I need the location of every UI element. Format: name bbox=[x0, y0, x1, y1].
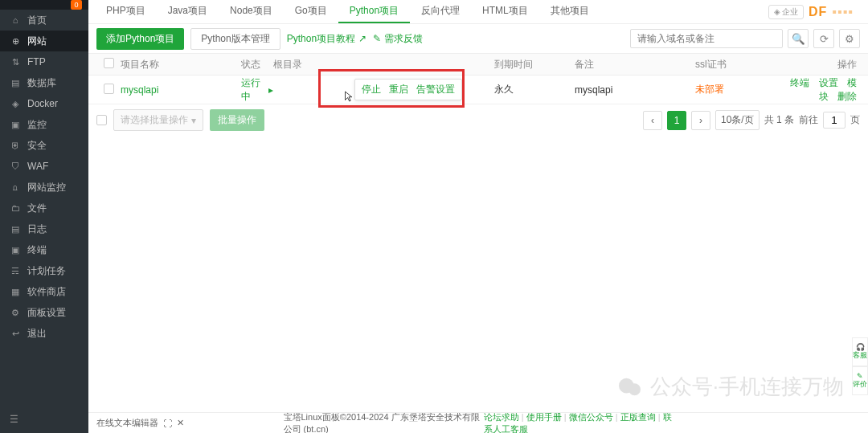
bottom-link-3[interactable]: 正版查询 bbox=[620, 412, 656, 422]
sidebar-item-logout[interactable]: ↩退出 bbox=[0, 323, 88, 344]
waf-icon: ⛉ bbox=[10, 161, 21, 171]
bottom-link-2[interactable]: 微信公众号 bbox=[569, 412, 613, 422]
alert-config-action[interactable]: 告警设置 bbox=[416, 83, 455, 96]
notification-badge[interactable]: 0 bbox=[71, 0, 82, 10]
enterprise-badge[interactable]: ◈ 企业 bbox=[768, 5, 804, 19]
svg-point-0 bbox=[619, 378, 634, 393]
project-table: 项目名称 状态 根目录 到期时间 备注 ssl证书 操作 mysqlapi 运行… bbox=[88, 53, 868, 136]
svg-point-1 bbox=[628, 383, 641, 395]
side-widgets: 🎧客服 ✎评价 bbox=[852, 337, 868, 395]
sidebar-item-files[interactable]: 🗀文件 bbox=[0, 198, 88, 219]
watermark: 公众号·手机连接万物 bbox=[618, 373, 844, 401]
ssl-status[interactable]: 未部署 bbox=[695, 84, 724, 95]
sidebar-item-waf[interactable]: ⛉WAF bbox=[0, 156, 88, 177]
sidebar-item-site-monitor[interactable]: ⩍网站监控 bbox=[0, 177, 88, 198]
sidebar-item-monitor[interactable]: ▣监控 bbox=[0, 114, 88, 135]
collapse-icon[interactable]: ☰ bbox=[10, 414, 21, 425]
col-ops: 操作 bbox=[780, 58, 860, 71]
sidebar-item-cron[interactable]: ☴计划任务 bbox=[0, 260, 88, 281]
status-hover-menu: 停止 重启 告警设置 bbox=[354, 79, 462, 100]
tutorial-link[interactable]: Python项目教程 ↗ bbox=[287, 32, 366, 46]
editor-tab[interactable]: 在线文本编辑器 ⛶ ✕ bbox=[96, 417, 184, 429]
goto-input[interactable] bbox=[823, 112, 845, 129]
status-running[interactable]: 运行中▸ bbox=[241, 76, 273, 104]
sidebar-item-database[interactable]: ▤数据库 bbox=[0, 72, 88, 93]
close-icon[interactable]: ✕ bbox=[177, 418, 184, 428]
add-python-button[interactable]: 添加Python项目 bbox=[96, 28, 184, 50]
page-size-select[interactable]: 10条/页 bbox=[715, 110, 760, 130]
remark-value: mysqlapi bbox=[575, 84, 695, 96]
select-all-checkbox[interactable] bbox=[104, 58, 114, 68]
sidebar-item-label: 面板设置 bbox=[27, 306, 66, 320]
brand-logo-dots: ▪▪▪▪ bbox=[832, 5, 854, 19]
top-tab-2[interactable]: Node项目 bbox=[219, 0, 284, 23]
files-icon: 🗀 bbox=[10, 203, 21, 213]
top-tab-7[interactable]: 其他项目 bbox=[539, 0, 600, 23]
terminal-action[interactable]: 终端 bbox=[790, 77, 809, 88]
top-tab-3[interactable]: Go项目 bbox=[284, 0, 338, 23]
col-expire[interactable]: 到期时间 bbox=[494, 58, 575, 71]
top-tab-1[interactable]: Java项目 bbox=[157, 0, 219, 23]
project-name-link[interactable]: mysqlapi bbox=[121, 84, 158, 96]
python-version-button[interactable]: Python版本管理 bbox=[190, 28, 280, 50]
top-tab-5[interactable]: 反向代理 bbox=[410, 0, 471, 23]
bottom-link-0[interactable]: 论坛求助 bbox=[484, 412, 519, 422]
search-button[interactable]: 🔍 bbox=[788, 29, 809, 48]
sidebar-item-docker[interactable]: ◈Docker bbox=[0, 93, 88, 114]
config-action[interactable]: 设置 bbox=[819, 77, 838, 88]
sidebar-item-home[interactable]: ⌂首页 bbox=[0, 10, 88, 31]
feedback-link[interactable]: ✎ 需求反馈 bbox=[373, 32, 423, 46]
terminal-icon: ▣ bbox=[10, 245, 21, 255]
expire-value: 永久 bbox=[494, 83, 575, 96]
main: PHP项目Java项目Node项目Go项目Python项目反向代理HTML项目其… bbox=[88, 0, 868, 433]
stop-action[interactable]: 停止 bbox=[362, 83, 381, 96]
page-suffix: 页 bbox=[850, 113, 860, 127]
expand-icon[interactable]: ⛶ bbox=[163, 419, 172, 428]
sidebar-item-ftp[interactable]: ⇅FTP bbox=[0, 51, 88, 72]
refresh-button[interactable]: ⟳ bbox=[813, 29, 834, 48]
logout-icon: ↩ bbox=[10, 329, 21, 339]
top-tab-4[interactable]: Python项目 bbox=[338, 0, 410, 23]
goto-label: 前往 bbox=[799, 113, 818, 127]
cursor-icon bbox=[344, 90, 354, 103]
sidebar-item-website[interactable]: ⊕网站 bbox=[0, 31, 88, 51]
row-ops: 终端 设置 模块 删除 bbox=[780, 76, 860, 104]
col-name[interactable]: 项目名称 bbox=[121, 58, 241, 71]
prev-page[interactable]: ‹ bbox=[643, 111, 662, 130]
col-ssl[interactable]: ssl证书 bbox=[695, 58, 780, 71]
pagination: ‹ 1 › 10条/页 共 1 条 前往 页 bbox=[643, 110, 860, 130]
sidebar-item-terminal[interactable]: ▣终端 bbox=[0, 239, 88, 260]
delete-action[interactable]: 删除 bbox=[837, 91, 857, 102]
sidebar-item-label: 文件 bbox=[27, 202, 47, 215]
sidebar-item-store[interactable]: ▦软件商店 bbox=[0, 281, 88, 302]
top-right: ◈ 企业 DF ▪▪▪▪ bbox=[768, 0, 862, 23]
col-remark[interactable]: 备注 bbox=[575, 58, 695, 71]
footer-checkbox[interactable] bbox=[96, 115, 107, 125]
batch-select[interactable]: 请选择批量操作 ▾ bbox=[113, 109, 203, 131]
restart-action[interactable]: 重启 bbox=[389, 83, 408, 96]
sidebar-item-logs[interactable]: ▤日志 bbox=[0, 219, 88, 239]
page-1[interactable]: 1 bbox=[667, 111, 686, 130]
sidebar-item-security[interactable]: ⛨安全 bbox=[0, 135, 88, 156]
table-footer: 请选择批量操作 ▾ 批量操作 ‹ 1 › 10条/页 共 1 条 前往 页 bbox=[88, 104, 868, 136]
feedback-widget[interactable]: ✎评价 bbox=[852, 366, 868, 395]
sidebar-item-label: WAF bbox=[27, 161, 48, 172]
sidebar-item-label: 终端 bbox=[27, 243, 47, 257]
col-status[interactable]: 状态 bbox=[241, 58, 273, 71]
next-page[interactable]: › bbox=[691, 111, 710, 130]
cron-icon: ☴ bbox=[10, 266, 21, 276]
total-count: 共 1 条 bbox=[764, 113, 794, 127]
batch-button[interactable]: 批量操作 bbox=[210, 109, 264, 131]
sidebar-item-settings[interactable]: ⚙面板设置 bbox=[0, 302, 88, 323]
row-checkbox[interactable] bbox=[104, 84, 114, 94]
settings-button[interactable]: ⚙ bbox=[839, 29, 860, 48]
service-widget[interactable]: 🎧客服 bbox=[852, 337, 868, 366]
top-tab-0[interactable]: PHP项目 bbox=[95, 0, 157, 23]
sidebar-item-label: 数据库 bbox=[27, 76, 56, 90]
bottom-center: 宝塔Linux面板©2014-2024 广东堡塔安全技术有限公司 (bt.cn)… bbox=[284, 411, 674, 434]
bottom-link-1[interactable]: 使用手册 bbox=[526, 412, 562, 422]
col-root[interactable]: 根目录 bbox=[273, 58, 494, 71]
settings-icon: ⚙ bbox=[10, 308, 21, 318]
top-tab-6[interactable]: HTML项目 bbox=[471, 0, 539, 23]
search-input[interactable] bbox=[630, 29, 783, 48]
